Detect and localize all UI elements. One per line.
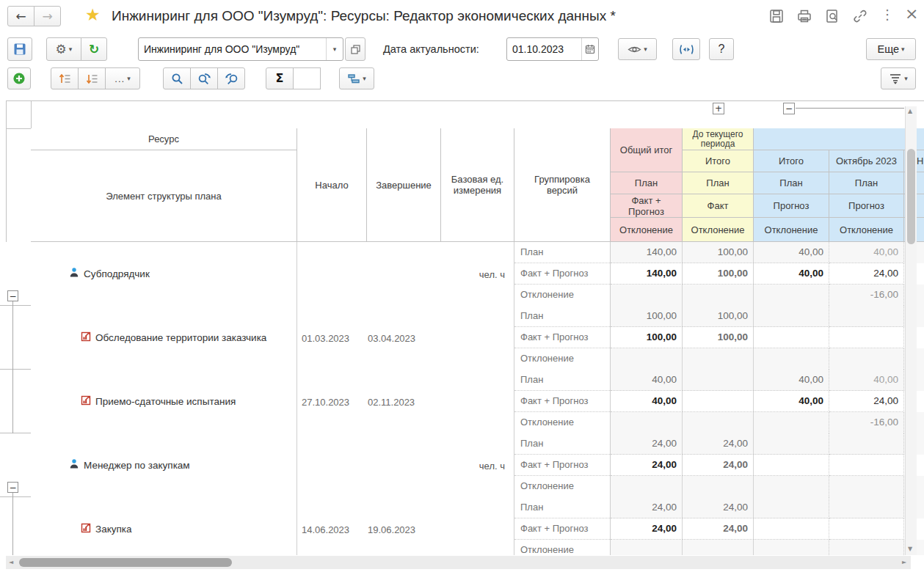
cell-deviation-before[interactable]	[683, 348, 754, 370]
cell-deviation-october[interactable]	[829, 348, 904, 370]
cell-plan-october[interactable]: 40,00	[829, 370, 904, 391]
cell-plan-october[interactable]	[829, 306, 904, 327]
plan-item-cell[interactable]: Менеджер по закупкам	[31, 433, 297, 497]
header-plan-element[interactable]: Элемент структуры плана	[31, 150, 297, 242]
header-grand-total-plan[interactable]: План	[611, 172, 683, 194]
header-october-plan[interactable]: План	[829, 172, 904, 194]
cell-fact-total[interactable]	[754, 518, 829, 540]
cell-fact-october[interactable]: 24,00	[829, 263, 904, 285]
plan-item-cell[interactable]: Обследование территории заказчика	[31, 306, 297, 370]
header-grand-total-deviation[interactable]: Отклонение	[611, 218, 683, 242]
cell-deviation-total[interactable]	[754, 412, 829, 433]
dates-unit-cell[interactable]: 01.03.2023 03.04.2023	[297, 306, 514, 370]
cell-plan-total[interactable]: 40,00	[754, 242, 829, 263]
cell-fact-october[interactable]: 24,00	[829, 391, 904, 412]
link-icon[interactable]	[852, 8, 868, 24]
sum-button[interactable]: Σ	[266, 67, 294, 89]
cell-plan-total[interactable]: 40,00	[754, 370, 829, 391]
subrow-label-plan[interactable]: План	[514, 306, 610, 327]
save-button[interactable]	[7, 37, 32, 61]
cell-plan-total[interactable]	[754, 497, 829, 518]
row-group-toggle-1[interactable]: −	[7, 290, 18, 301]
cell-plan-before[interactable]: 100,00	[683, 306, 754, 327]
plan-item-cell[interactable]: Закупка	[31, 497, 297, 555]
move-down-button[interactable]	[78, 67, 106, 89]
cell-deviation-october[interactable]	[829, 476, 904, 497]
cell-fact-before[interactable]	[683, 391, 754, 412]
close-icon[interactable]: ×	[905, 6, 918, 22]
column-group-collapse-toggle[interactable]: −	[783, 103, 795, 114]
more-actions-button[interactable]: ... ▾	[105, 67, 140, 89]
print-icon[interactable]	[796, 8, 812, 24]
cell-fact-total[interactable]	[754, 455, 829, 476]
cell-fact-october[interactable]	[829, 518, 904, 540]
cell-deviation-grand-total[interactable]	[611, 285, 683, 306]
cell-fact-before[interactable]: 24,00	[683, 518, 754, 540]
object-combo-field[interactable]: Инжиниринг для ООО "Изумруд" ▾	[138, 37, 343, 61]
scroll-right-icon[interactable]: ►	[902, 560, 906, 565]
column-group-expand-toggle[interactable]: +	[713, 103, 724, 114]
plan-item-cell[interactable]: Приемо-сдаточные испытания	[31, 370, 297, 433]
subrow-label-fact-forecast[interactable]: Факт + Прогноз	[514, 455, 610, 476]
cell-deviation-grand-total[interactable]	[611, 348, 683, 370]
refresh-button[interactable]: ↻	[81, 37, 107, 61]
cell-deviation-before[interactable]	[683, 412, 754, 433]
header-grand-total-fact-forecast[interactable]: Факт + Прогноз	[611, 194, 683, 218]
cell-plan-grand-total[interactable]: 24,00	[611, 433, 683, 455]
cell-plan-grand-total[interactable]: 24,00	[611, 497, 683, 518]
header-start[interactable]: Начало	[297, 128, 367, 242]
back-button[interactable]: ←	[7, 6, 34, 26]
cell-fact-total[interactable]	[754, 327, 829, 348]
subrow-label-plan[interactable]: План	[514, 433, 610, 455]
cell-fact-october[interactable]	[829, 455, 904, 476]
subrow-label-plan[interactable]: План	[514, 242, 610, 263]
header-version-grouping[interactable]: Группировка версий	[514, 128, 611, 242]
header-before-total[interactable]: Итого	[683, 150, 754, 172]
combo-dropdown-button[interactable]: ▾	[326, 38, 343, 60]
settings-button[interactable]: ⚙ ▾	[46, 37, 81, 61]
header-before-current-period[interactable]: До текущего периода	[683, 128, 754, 150]
subrow-label-deviation[interactable]: Отклонение	[514, 348, 610, 370]
preview-icon[interactable]	[824, 8, 840, 24]
add-button[interactable]	[7, 67, 31, 89]
cell-deviation-total[interactable]	[754, 285, 829, 306]
search-next-button[interactable]	[190, 67, 218, 89]
help-button[interactable]: ?	[709, 38, 734, 60]
cell-fact-before[interactable]: 24,00	[683, 455, 754, 476]
plan-item-cell[interactable]: Субподрядчик	[31, 242, 297, 306]
chart-button[interactable]: ▾	[339, 67, 374, 89]
cell-plan-before[interactable]: 24,00	[683, 497, 754, 518]
header-october-deviation[interactable]: Отклонение	[829, 218, 904, 242]
header-total-deviation[interactable]: Отклонение	[754, 218, 829, 242]
favorite-star-icon[interactable]: ★	[85, 7, 101, 23]
cell-deviation-grand-total[interactable]	[611, 540, 683, 555]
forward-button[interactable]: →	[34, 6, 61, 26]
subrow-label-deviation[interactable]: Отклонение	[514, 476, 610, 497]
cell-plan-october[interactable]	[829, 497, 904, 518]
cell-fact-total[interactable]: 40,00	[754, 391, 829, 412]
search-previous-button[interactable]	[217, 67, 245, 89]
header-finish[interactable]: Завершение	[367, 128, 441, 242]
cell-fact-before[interactable]: 100,00	[683, 263, 754, 285]
cell-deviation-before[interactable]	[683, 540, 754, 555]
cell-fact-grand-total[interactable]: 24,00	[611, 518, 683, 540]
header-october-forecast[interactable]: Прогноз	[829, 194, 904, 218]
subrow-label-deviation[interactable]: Отклонение	[514, 540, 610, 555]
dates-unit-cell[interactable]: чел. ч	[297, 242, 514, 306]
header-total-forecast[interactable]: Прогноз	[754, 194, 829, 218]
cell-deviation-october[interactable]	[829, 540, 904, 555]
cell-plan-before[interactable]	[683, 370, 754, 391]
cell-plan-total[interactable]	[754, 433, 829, 455]
scroll-down-icon[interactable]: ▼	[908, 546, 912, 552]
search-button[interactable]	[163, 67, 191, 89]
broadcast-button[interactable]	[672, 38, 700, 60]
subrow-label-plan[interactable]: План	[514, 370, 610, 391]
cell-deviation-total[interactable]	[754, 476, 829, 497]
cell-deviation-total[interactable]	[754, 540, 829, 555]
dates-unit-cell[interactable]: 27.10.2023 02.11.2023	[297, 370, 514, 433]
header-future-total[interactable]: Итого	[754, 150, 829, 172]
vertical-scrollbar[interactable]: ▲ ▼	[905, 106, 917, 555]
header-total-plan[interactable]: План	[754, 172, 829, 194]
header-before-deviation[interactable]: Отклонение	[683, 218, 754, 242]
cell-fact-total[interactable]: 40,00	[754, 263, 829, 285]
